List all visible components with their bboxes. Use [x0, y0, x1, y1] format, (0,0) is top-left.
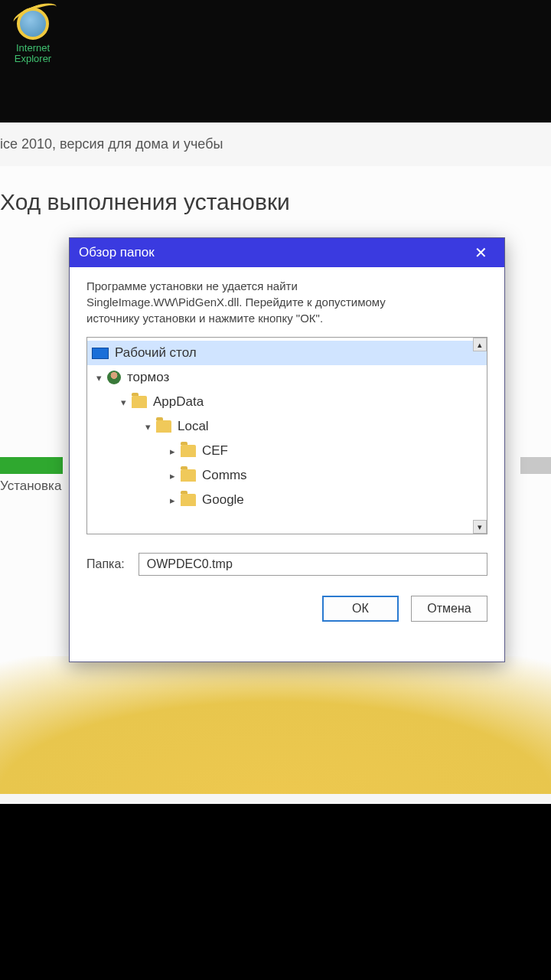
screen-edge: [0, 804, 551, 980]
folder-icon: [181, 494, 196, 506]
folder-icon: [156, 420, 171, 433]
tree-item-label: тормоз: [127, 370, 169, 385]
folder-icon: [181, 445, 196, 457]
tree-item-label: Comms: [202, 468, 247, 483]
dialog-message-line: SingleImage.WW\PidGenX.dll. Перейдите к …: [86, 294, 487, 310]
tree-item-label: Google: [202, 492, 244, 508]
chevron-right-icon[interactable]: ▸: [165, 470, 179, 482]
installer-window-title: ice 2010, версия для дома и учебы: [0, 136, 551, 166]
desktop-icon-label: Internet Explorer: [6, 43, 60, 65]
installer-heading: Ход выполнения установки: [0, 189, 551, 238]
chevron-down-icon[interactable]: ▾: [116, 397, 130, 408]
ok-button[interactable]: ОК: [322, 596, 399, 622]
chevron-down-icon[interactable]: ▾: [92, 372, 106, 384]
tree-item-desktop[interactable]: Рабочий стол: [87, 341, 487, 365]
dialog-body: Программе установки не удается найти Sin…: [70, 267, 504, 662]
close-icon[interactable]: ✕: [466, 238, 495, 267]
dialog-titlebar[interactable]: Обзор папок ✕: [70, 238, 504, 267]
folder-icon: [181, 469, 196, 482]
tree-item-label: Local: [178, 419, 209, 434]
cancel-button[interactable]: Отмена: [411, 596, 487, 622]
tree-item-local[interactable]: ▾ Local: [87, 414, 487, 439]
desktop-icon-ie[interactable]: Internet Explorer: [6, 8, 60, 65]
scroll-up-icon[interactable]: ▴: [473, 338, 487, 351]
dialog-title: Обзор папок: [79, 245, 155, 260]
dialog-message-line: источнику установки и нажмите кнопку "ОК…: [86, 310, 487, 326]
progress-bar-track-end: [520, 457, 551, 474]
progress-label: Установка: [0, 479, 61, 494]
chevron-down-icon[interactable]: ▾: [141, 421, 155, 433]
tree-item-cef[interactable]: ▸ CEF: [87, 439, 487, 463]
dialog-message: Программе установки не удается найти Sin…: [86, 278, 487, 326]
decorative-swoosh: [0, 656, 551, 794]
tree-item-label: CEF: [202, 443, 228, 459]
dialog-button-row: ОК Отмена: [86, 596, 487, 622]
progress-bar-fill: [0, 457, 63, 474]
scroll-down-icon[interactable]: ▾: [473, 520, 487, 534]
tree-item-label: Рабочий стол: [115, 345, 197, 361]
dialog-message-line: Программе установки не удается найти: [86, 278, 487, 294]
tree-item-google[interactable]: ▸ Google: [87, 488, 487, 512]
ie-icon: [17, 8, 49, 40]
folder-tree[interactable]: ▴ Рабочий стол ▾ тормоз ▾ AppData ▾: [86, 337, 487, 534]
folder-field-row: Папка:: [86, 553, 487, 576]
tree-item-label: AppData: [153, 394, 204, 410]
browse-folders-dialog: Обзор папок ✕ Программе установки не уда…: [69, 237, 505, 662]
chevron-right-icon[interactable]: ▸: [165, 495, 179, 506]
desktop-glyph-icon: [92, 348, 109, 359]
desktop-background: Internet Explorer: [0, 0, 551, 122]
folder-input[interactable]: [139, 553, 487, 576]
tree-item-appdata[interactable]: ▾ AppData: [87, 390, 487, 414]
tree-item-comms[interactable]: ▸ Comms: [87, 463, 487, 488]
folder-field-label: Папка:: [86, 557, 125, 571]
folder-icon: [132, 396, 147, 408]
chevron-right-icon[interactable]: ▸: [165, 446, 179, 457]
user-icon: [107, 371, 121, 384]
tree-item-user[interactable]: ▾ тормоз: [87, 365, 487, 390]
